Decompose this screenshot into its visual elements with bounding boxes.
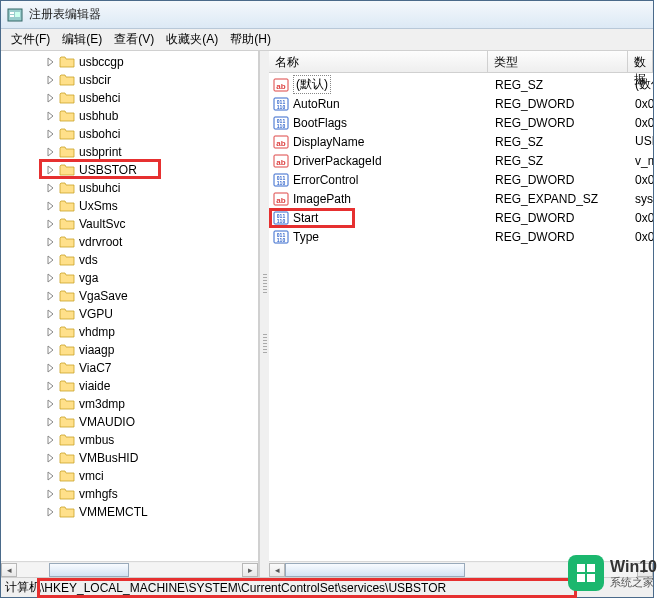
tree-item[interactable]: usbcir [1,71,258,89]
tree-item[interactable]: vmci [1,467,258,485]
tree-item[interactable]: vdrvroot [1,233,258,251]
expand-toggle-icon[interactable] [45,218,57,230]
expand-toggle-icon[interactable] [45,398,57,410]
list-body[interactable]: ab(默认)REG_SZ(数值011110AutoRunREG_DWORD0x0… [269,73,653,248]
scroll-thumb[interactable] [285,563,465,577]
expand-toggle-icon[interactable] [45,470,57,482]
tree-item[interactable]: usbuhci [1,179,258,197]
watermark-line2: 系统之家 [610,576,657,588]
value-data: 0x000 [629,211,653,225]
tree-item[interactable]: viaide [1,377,258,395]
menu-help[interactable]: 帮助(H) [224,29,277,50]
expand-toggle-icon[interactable] [45,434,57,446]
scroll-track[interactable] [17,563,242,577]
menu-view[interactable]: 查看(V) [108,29,160,50]
tree-label: VgaSave [79,289,128,303]
expand-toggle-icon[interactable] [45,506,57,518]
list-row[interactable]: abImagePathREG_EXPAND_SZsyster [269,189,653,208]
tree-item[interactable]: vga [1,269,258,287]
expand-toggle-icon[interactable] [45,110,57,122]
tree-list[interactable]: usbccgpusbcirusbehciusbhubusbohciusbprin… [1,51,258,561]
value-name: AutoRun [293,97,340,111]
value-name: ErrorControl [293,173,358,187]
expand-toggle-icon[interactable] [45,146,57,158]
tree-item[interactable]: vm3dmp [1,395,258,413]
menu-edit[interactable]: 编辑(E) [56,29,108,50]
value-data: USB ナ [629,133,653,150]
menu-favorites[interactable]: 收藏夹(A) [160,29,224,50]
expand-toggle-icon[interactable] [45,362,57,374]
tree-item[interactable]: vds [1,251,258,269]
expand-toggle-icon[interactable] [45,272,57,284]
col-header-name[interactable]: 名称 [269,51,488,72]
expand-toggle-icon[interactable] [45,200,57,212]
expand-toggle-icon[interactable] [45,74,57,86]
tree-item[interactable]: usbccgp [1,53,258,71]
value-data: 0x000 [629,116,653,130]
tree-label: usbohci [79,127,120,141]
svg-text:110: 110 [277,104,286,110]
tree-item[interactable]: viaagp [1,341,258,359]
tree-item[interactable]: VgaSave [1,287,258,305]
expand-toggle-icon[interactable] [45,182,57,194]
tree-item[interactable]: USBSTOR [1,161,258,179]
tree-item[interactable]: VMMEMCTL [1,503,258,521]
value-type: REG_DWORD [489,230,629,244]
scroll-right-icon[interactable]: ▸ [242,563,258,577]
tree-label: usbprint [79,145,122,159]
svg-rect-2 [10,15,14,17]
expand-toggle-icon[interactable] [45,488,57,500]
list-row[interactable]: 011110BootFlagsREG_DWORD0x000 [269,113,653,132]
value-type: REG_SZ [489,154,629,168]
splitter[interactable] [259,51,269,577]
list-row[interactable]: 011110AutoRunREG_DWORD0x000 [269,94,653,113]
list-row[interactable]: abDriverPackageIdREG_SZv_msc [269,151,653,170]
list-row[interactable]: ab(默认)REG_SZ(数值 [269,75,653,94]
scroll-thumb[interactable] [49,563,129,577]
value-data: syster [629,192,653,206]
menu-file[interactable]: 文件(F) [5,29,56,50]
tree-item[interactable]: VMBusHID [1,449,258,467]
tree-item[interactable]: UxSms [1,197,258,215]
tree-label: VGPU [79,307,113,321]
expand-toggle-icon[interactable] [45,416,57,428]
scroll-left-icon[interactable]: ◂ [1,563,17,577]
tree-item[interactable]: usbprint [1,143,258,161]
tree-item[interactable]: vmhgfs [1,485,258,503]
expand-toggle-icon[interactable] [45,128,57,140]
tree-item[interactable]: ViaC7 [1,359,258,377]
tree-label: vmbus [79,433,114,447]
tree-label: vga [79,271,98,285]
expand-toggle-icon[interactable] [45,56,57,68]
list-row[interactable]: 011110TypeREG_DWORD0x000 [269,227,653,246]
tree-item[interactable]: VMAUDIO [1,413,258,431]
expand-toggle-icon[interactable] [45,344,57,356]
expand-toggle-icon[interactable] [45,290,57,302]
tree-item[interactable]: VGPU [1,305,258,323]
col-header-data[interactable]: 数据 [628,51,653,72]
tree-item[interactable]: vmbus [1,431,258,449]
tree-item[interactable]: VaultSvc [1,215,258,233]
list-row[interactable]: 011110ErrorControlREG_DWORD0x000 [269,170,653,189]
expand-toggle-icon[interactable] [45,236,57,248]
scroll-left-icon[interactable]: ◂ [269,563,285,577]
status-path: \HKEY_LOCAL_MACHINE\SYSTEM\CurrentContro… [41,581,446,595]
expand-toggle-icon[interactable] [45,164,57,176]
list-row[interactable]: 011110StartREG_DWORD0x000 [269,208,653,227]
expand-toggle-icon[interactable] [45,308,57,320]
tree-item[interactable]: vhdmp [1,323,258,341]
tree-label: USBSTOR [79,163,137,177]
tree-item[interactable]: usbohci [1,125,258,143]
list-row[interactable]: abDisplayNameREG_SZUSB ナ [269,132,653,151]
col-header-type[interactable]: 类型 [488,51,628,72]
expand-toggle-icon[interactable] [45,452,57,464]
tree-hscrollbar[interactable]: ◂ ▸ [1,561,258,577]
tree-item[interactable]: usbehci [1,89,258,107]
titlebar[interactable]: 注册表编辑器 [1,1,653,29]
tree-item[interactable]: usbhub [1,107,258,125]
expand-toggle-icon[interactable] [45,92,57,104]
expand-toggle-icon[interactable] [45,326,57,338]
tree-label: usbhub [79,109,118,123]
expand-toggle-icon[interactable] [45,380,57,392]
expand-toggle-icon[interactable] [45,254,57,266]
